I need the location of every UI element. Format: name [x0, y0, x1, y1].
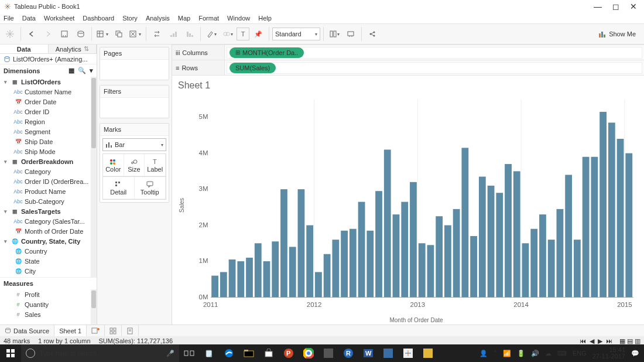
menu-icon[interactable]: ▾ [90, 67, 93, 74]
pin-button[interactable]: 📌 [251, 26, 266, 42]
sort-desc-button[interactable] [182, 26, 197, 42]
field-row[interactable]: AbcCategory (SalesTar... [0, 216, 97, 226]
sticky-notes-icon[interactable]: 🗒️ [199, 344, 219, 362]
filters-card[interactable]: Filters [100, 85, 169, 118]
share-button[interactable] [365, 26, 380, 42]
measure-row[interactable]: #Profit [0, 289, 97, 299]
maximize-button[interactable]: ◻ [612, 2, 619, 11]
menu-file[interactable]: File [4, 15, 14, 22]
connect-icon[interactable] [2, 26, 18, 42]
search-icon[interactable]: 🔍 [78, 67, 86, 74]
undo-button[interactable] [24, 26, 39, 42]
explorer-icon[interactable] [239, 344, 259, 362]
word-icon[interactable]: W [358, 344, 378, 362]
duplicate-button[interactable] [111, 26, 126, 42]
start-button[interactable] [0, 349, 21, 357]
nav-controls[interactable]: ⏮◀▶⏭▦ ▤ ▥ [580, 337, 640, 345]
field-row[interactable]: AbcShip Mode [0, 146, 97, 156]
chrome-icon[interactable] [299, 344, 318, 362]
redo-button[interactable] [40, 26, 56, 42]
highlight-button[interactable]: ▾ [204, 26, 219, 42]
powerpoint-icon[interactable]: P [279, 344, 299, 362]
columns-shelf[interactable]: iiiColumns ⊞MONTH(Order Da.. [172, 45, 644, 60]
menu-data[interactable]: Data [22, 15, 36, 22]
labels-button[interactable]: T [237, 28, 249, 40]
presentation-button[interactable] [343, 26, 358, 42]
menu-help[interactable]: Help [258, 15, 272, 22]
tooltip-shelf[interactable]: Tooltip [135, 177, 166, 199]
menu-map[interactable]: Map [178, 15, 190, 22]
new-datasource-button[interactable] [73, 26, 88, 42]
group-button[interactable]: ▾ [220, 26, 235, 42]
field-row[interactable]: 🌐City [0, 266, 97, 276]
menu-format[interactable]: Format [198, 15, 219, 22]
app-generic-icon[interactable] [318, 344, 338, 362]
field-row[interactable]: AbcOrder ID [0, 107, 97, 117]
show-me-button[interactable]: Show Me [598, 30, 642, 38]
tab-analytics[interactable]: Analytics⇅ [49, 45, 97, 53]
sheet-title[interactable]: Sheet 1 [177, 79, 638, 94]
new-dashboard-tab[interactable] [105, 325, 122, 336]
measure-row[interactable]: #Sales [0, 309, 97, 319]
field-row[interactable]: AbcSub-Category [0, 196, 97, 206]
mic-icon[interactable]: 🎤 [166, 350, 174, 357]
save-button[interactable] [57, 26, 72, 42]
color-shelf[interactable]: Color [103, 154, 124, 176]
field-row[interactable]: AbcSegment [0, 127, 97, 136]
close-button[interactable]: ✕ [630, 2, 637, 11]
view-grid-icon[interactable]: ▦ [68, 67, 74, 74]
field-row[interactable]: AbcProduct Name [0, 186, 97, 196]
field-row[interactable]: 🌐Country [0, 246, 97, 256]
clock[interactable]: 15:41 27-11-2017 [592, 347, 625, 360]
menu-analysis[interactable]: Analysis [146, 15, 170, 22]
scrollbar[interactable] [91, 289, 97, 325]
menu-story[interactable]: Story [122, 15, 138, 22]
scrollbar[interactable] [91, 77, 97, 277]
swap-button[interactable] [149, 26, 165, 42]
edge-icon[interactable] [219, 344, 239, 362]
r-icon[interactable]: R [338, 344, 358, 362]
tab-data[interactable]: Data [0, 45, 49, 53]
people-icon[interactable]: 👤 [479, 350, 488, 357]
field-row[interactable]: 📅Month of Order Date [0, 226, 97, 236]
notifications-icon[interactable]: 💬 [631, 350, 639, 357]
rows-pill[interactable]: SUM(Sales) [229, 63, 276, 73]
taskbar-search[interactable]: Type here to search 🎤 [21, 344, 179, 362]
task-view-icon[interactable] [179, 344, 199, 362]
detail-shelf[interactable]: Detail [103, 177, 135, 199]
new-story-tab[interactable] [122, 325, 139, 336]
new-worksheet-tab[interactable] [87, 325, 105, 336]
field-row[interactable]: 📅Order Date [0, 97, 97, 107]
size-shelf[interactable]: Size [124, 154, 145, 176]
menu-worksheet[interactable]: Worksheet [44, 15, 74, 22]
measure-row[interactable]: #Quantity [0, 299, 97, 309]
data-source-tab[interactable]: Data Source [0, 325, 54, 336]
field-row[interactable]: 📅Ship Date [0, 136, 97, 146]
table-row[interactable]: ▾🌐Country, State, City [0, 236, 97, 246]
field-row[interactable]: 🌐State [0, 256, 97, 266]
field-row[interactable]: AbcCustomer Name [0, 87, 97, 97]
columns-pill[interactable]: ⊞MONTH(Order Da.. [229, 47, 304, 58]
table-row[interactable]: ▾▦ListOfOrders [0, 77, 97, 87]
minimize-button[interactable]: — [594, 2, 602, 11]
tray-chevron-icon[interactable]: ˄ [494, 350, 497, 357]
battery-icon[interactable]: 🔋 [517, 350, 525, 357]
menu-window[interactable]: Window [227, 15, 250, 22]
app-blue-icon[interactable] [378, 344, 398, 362]
clear-button[interactable]: ▾ [128, 26, 143, 42]
volume-icon[interactable]: 🔊 [531, 350, 539, 357]
mark-type-dropdown[interactable]: Bar▾ [102, 138, 166, 151]
store-icon[interactable] [259, 344, 279, 362]
sort-asc-button[interactable] [166, 26, 181, 42]
cards-button[interactable]: ▾ [327, 26, 342, 42]
table-row[interactable]: ▾▦OrderBreakdown [0, 156, 97, 166]
rows-shelf[interactable]: ≡Rows SUM(Sales) [172, 60, 644, 75]
label-shelf[interactable]: TLabel [145, 154, 166, 176]
pages-card[interactable]: Pages [100, 47, 169, 80]
field-row[interactable]: AbcCategory [0, 166, 97, 176]
onedrive-icon[interactable]: ☁ [545, 350, 551, 357]
field-row[interactable]: AbcOrder ID (OrderBrea... [0, 176, 97, 186]
tableau-app-icon[interactable] [398, 344, 418, 362]
new-worksheet-button[interactable]: ▾ [95, 26, 110, 42]
language-indicator[interactable]: ENG [573, 350, 587, 357]
